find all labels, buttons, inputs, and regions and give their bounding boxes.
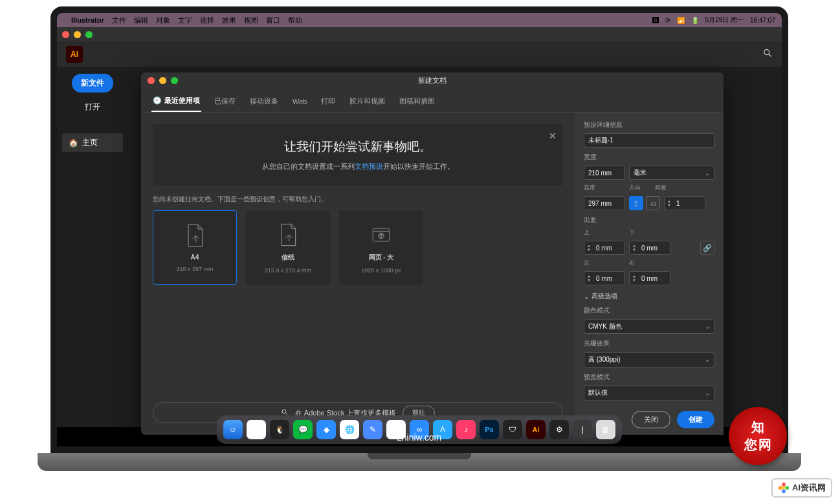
hero-title: 让我们开始尝试新事物吧。 — [171, 138, 545, 155]
new-document-dialog: 新建文档 🕘 最近使用项 已保存 移动设备 Web 打印 胶片和视频 图稿和插图 — [141, 72, 724, 435]
link-icon[interactable]: 🔗 — [700, 241, 714, 255]
minimize-icon[interactable] — [74, 31, 81, 38]
close-icon[interactable] — [62, 31, 69, 38]
search-icon[interactable] — [762, 48, 773, 61]
raster-select[interactable]: 高 (300ppi) — [584, 352, 714, 367]
hero-text: 从您自己的文档设置或一系列文档预设开始以快速开始工作。 — [171, 162, 545, 171]
illustrator-icon[interactable]: Ai — [526, 420, 546, 439]
watermark-url: zhiniw.com — [397, 432, 441, 443]
panel-header: 预设详细信息 — [584, 120, 714, 129]
new-file-button[interactable]: 新文件 — [72, 74, 113, 93]
web-icon — [370, 222, 392, 248]
width-input[interactable] — [584, 166, 625, 180]
home-label: 主页 — [82, 137, 98, 148]
svg-point-5 — [282, 410, 286, 413]
artboard-stepper[interactable]: ▲▼ — [664, 196, 705, 210]
flower-icon — [778, 482, 790, 494]
document-icon — [184, 223, 206, 248]
input-icon[interactable]: 🅰 — [652, 17, 659, 24]
svg-line-1 — [769, 54, 771, 56]
portrait-icon[interactable]: ▯ — [629, 196, 643, 210]
macos-menubar: Illustrator 文件 编辑 对象 文字 选择 效果 视图 窗口 帮助 🅰… — [57, 13, 782, 27]
wifi-icon[interactable]: 📶 — [677, 17, 685, 24]
advanced-toggle[interactable]: ⌄高级选项 — [584, 292, 714, 301]
home-icon: 🏠 — [69, 138, 78, 148]
tab-mobile[interactable]: 移动设备 — [249, 92, 280, 112]
tab-art[interactable]: 图稿和插图 — [398, 92, 436, 112]
preset-letter[interactable]: 信纸 215.9 x 279.4 mm — [246, 210, 330, 285]
bleed-left[interactable]: ▲▼ — [584, 271, 625, 285]
svg-point-0 — [764, 50, 769, 55]
home-nav-item[interactable]: 🏠 主页 — [62, 133, 123, 152]
svg-point-9 — [785, 486, 789, 490]
bleed-right[interactable]: ▲▼ — [629, 271, 670, 285]
menubar-date[interactable]: 5月29日 周一 — [705, 16, 744, 25]
preset-link[interactable]: 文档预设 — [355, 162, 383, 170]
landscape-icon[interactable]: ▭ — [646, 196, 660, 210]
shield-icon[interactable]: 🛡 — [503, 420, 522, 439]
trash-icon[interactable]: 🗑 — [596, 420, 615, 439]
sync-icon[interactable]: ⟳ — [665, 17, 670, 24]
hero-banner: ✕ 让我们开始尝试新事物吧。 从您自己的文档设置或一系列文档预设开始以快速开始工… — [153, 124, 563, 186]
qq-icon[interactable]: 🐧 — [270, 420, 289, 439]
color-mode-select[interactable]: CMYK 颜色 — [584, 319, 714, 334]
settings-icon[interactable]: ⚙ — [549, 420, 569, 439]
document-icon — [277, 222, 299, 248]
menubar-time[interactable]: 16:47:07 — [750, 17, 775, 24]
dialog-title: 新建文档 — [418, 76, 447, 85]
dialog-tabs: 🕘 最近使用项 已保存 移动设备 Web 打印 胶片和视频 图稿和插图 — [141, 88, 724, 113]
svg-line-6 — [285, 413, 287, 415]
bleed-bottom[interactable]: ▲▼ — [629, 241, 670, 255]
close-icon[interactable]: ✕ — [549, 131, 557, 141]
menu-type[interactable]: 文字 — [178, 16, 192, 25]
create-button[interactable]: 创建 — [677, 411, 714, 428]
tab-web[interactable]: Web — [291, 92, 308, 112]
preset-web-large[interactable]: 网页 - 大 1920 x 1080 px — [339, 210, 423, 285]
dialog-traffic-lights[interactable] — [148, 77, 178, 84]
tab-film[interactable]: 胶片和视频 — [348, 92, 386, 112]
menu-view[interactable]: 视图 — [244, 16, 258, 25]
height-input[interactable] — [584, 196, 625, 210]
tab-saved[interactable]: 已保存 — [213, 92, 237, 112]
launchpad-icon[interactable]: ▦ — [247, 420, 266, 439]
tab-print[interactable]: 打印 — [320, 92, 337, 112]
menu-help[interactable]: 帮助 — [288, 16, 302, 25]
menu-edit[interactable]: 编辑 — [134, 16, 148, 25]
menu-file[interactable]: 文件 — [112, 16, 126, 25]
app-logo-icon: Ai — [66, 46, 83, 63]
menu-window[interactable]: 窗口 — [266, 16, 280, 25]
music-icon[interactable]: ♪ — [456, 420, 476, 439]
maximize-icon[interactable] — [171, 77, 178, 84]
svg-point-7 — [782, 487, 786, 490]
svg-point-8 — [782, 483, 786, 487]
preset-a4[interactable]: A4 210 x 297 mm — [153, 210, 237, 285]
battery-icon[interactable]: 🔋 — [691, 17, 699, 24]
preset-list: A4 210 x 297 mm 信纸 215.9 x 279.4 mm 网页 -… — [153, 210, 563, 285]
minimize-icon[interactable] — [159, 77, 166, 84]
clock-icon: 🕘 — [153, 96, 162, 105]
wechat-icon[interactable]: 💬 — [293, 420, 313, 439]
menu-select[interactable]: 选择 — [200, 16, 214, 25]
close-button[interactable]: 关闭 — [632, 411, 670, 428]
app-topbar: Ai — [57, 41, 782, 67]
bleed-top[interactable]: ▲▼ — [584, 241, 625, 255]
app-name[interactable]: Illustrator — [71, 16, 104, 24]
menu-object[interactable]: 对象 — [156, 16, 170, 25]
hint-text: 您尚未创建任何文档。下面是一些预设创意，可帮助您入门。 — [153, 195, 563, 204]
maximize-icon[interactable] — [85, 31, 93, 38]
close-icon[interactable] — [148, 77, 155, 84]
menu-effect[interactable]: 效果 — [222, 16, 236, 25]
tab-recent[interactable]: 🕘 最近使用项 — [151, 92, 201, 112]
traffic-lights[interactable] — [62, 31, 93, 38]
doc-name-input[interactable] — [584, 133, 714, 148]
divider: | — [573, 420, 592, 439]
chrome-icon[interactable]: 🌐 — [340, 420, 359, 439]
open-button[interactable]: 打开 — [85, 98, 100, 116]
preview-select[interactable]: 默认值 — [584, 386, 714, 400]
photoshop-icon[interactable]: Ps — [480, 420, 499, 439]
unit-select[interactable]: 毫米 — [629, 166, 714, 180]
svg-point-10 — [782, 489, 786, 493]
pen-icon[interactable]: ✎ — [363, 420, 382, 439]
finder-icon[interactable]: ☺ — [223, 420, 243, 439]
app-icon[interactable]: ◆ — [316, 420, 336, 439]
